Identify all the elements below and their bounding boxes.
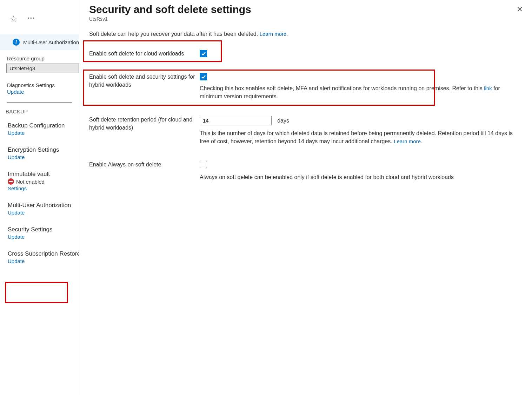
- highlight-box-hybrid-checkbox: [83, 70, 435, 106]
- hybrid-version-link[interactable]: link: [484, 85, 492, 91]
- backup-section-header: BACKUP: [0, 108, 79, 114]
- retention-days-input[interactable]: [200, 116, 272, 125]
- favorite-star-icon[interactable]: ☆: [10, 14, 18, 24]
- encryption-settings-update-link[interactable]: Update: [8, 154, 25, 160]
- panel-title: Security and soft delete settings: [89, 4, 521, 15]
- immutable-vault-status: Not enabled: [16, 179, 45, 185]
- highlight-box-security-settings: [5, 282, 68, 303]
- not-enabled-icon: [8, 178, 14, 185]
- sidebar-item-label: Security Settings: [8, 226, 79, 233]
- sidebar-item-encryption-settings: Encryption Settings Update: [0, 146, 79, 160]
- diagnostics-update-link[interactable]: Update: [0, 89, 79, 95]
- mua-banner-text: Multi-User Authorization: [23, 39, 79, 45]
- sidebar-item-backup-configuration: Backup Configuration Update: [0, 122, 79, 136]
- always-on-help-text: Always on soft delete can be enabled onl…: [200, 173, 521, 181]
- resource-group-label: Resource group: [0, 55, 79, 61]
- retention-label: Soft delete retention period (for cloud …: [89, 116, 200, 132]
- sidebar-item-label: Cross Subscription Restore: [8, 250, 79, 257]
- more-icon[interactable]: ···: [27, 14, 35, 22]
- divider: [7, 103, 72, 103]
- panel-subtitle: UtsRsv1: [89, 16, 521, 22]
- mua-update-link[interactable]: Update: [8, 210, 25, 216]
- intro-text: Soft delete can help you recover your da…: [89, 31, 521, 37]
- resource-group-input[interactable]: [6, 64, 79, 73]
- retention-learn-more-link[interactable]: Learn more.: [394, 138, 422, 144]
- close-icon[interactable]: ✕: [517, 5, 523, 14]
- sidebar: ☆ ··· i Multi-User Authorization Resourc…: [0, 0, 79, 395]
- always-on-label: Enable Always-on soft delete: [89, 161, 200, 169]
- sidebar-item-multi-user-authorization: Multi-User Authorization Update: [0, 202, 79, 216]
- csr-update-link[interactable]: Update: [8, 258, 25, 264]
- sidebar-item-cross-subscription-restore: Cross Subscription Restore Update: [0, 250, 79, 264]
- security-settings-update-link[interactable]: Update: [8, 234, 25, 240]
- sidebar-item-immutable-vault: Immutable vault Not enabled Settings: [0, 171, 79, 191]
- highlight-box-cloud-checkbox: [83, 40, 222, 62]
- backup-configuration-update-link[interactable]: Update: [8, 130, 25, 136]
- info-icon: i: [13, 39, 20, 46]
- retention-unit: days: [277, 118, 289, 124]
- retention-help-text: This is the number of days for which del…: [200, 130, 521, 145]
- intro-learn-more-link[interactable]: Learn more.: [260, 31, 288, 37]
- mua-info-banner[interactable]: i Multi-User Authorization: [0, 34, 79, 50]
- sidebar-item-label: Backup Configuration: [8, 122, 79, 129]
- sidebar-item-label: Encryption Settings: [8, 146, 79, 153]
- sidebar-item-label: Multi-User Authorization: [8, 202, 79, 209]
- sidebar-item-label: Immutable vault: [8, 171, 79, 178]
- sidebar-item-security-settings: Security Settings Update: [0, 226, 79, 240]
- immutable-vault-settings-link[interactable]: Settings: [8, 185, 27, 191]
- always-on-checkbox[interactable]: [200, 161, 207, 168]
- diagnostics-settings-label: Diagnostics Settings: [0, 82, 79, 88]
